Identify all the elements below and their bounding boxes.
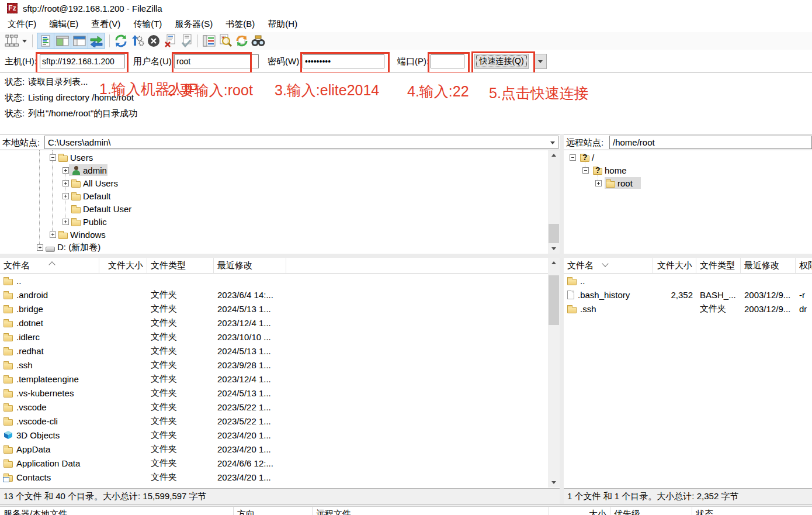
- password-input[interactable]: [303, 54, 384, 68]
- column-header-filetype[interactable]: 文件类型: [147, 258, 214, 273]
- file-row[interactable]: .bridge 文件夹 2024/5/13 1...: [0, 302, 548, 316]
- quickconnect-button[interactable]: 快速连接(Q): [474, 54, 529, 69]
- reconnect-icon[interactable]: [178, 33, 195, 49]
- quickconnect-dropdown-icon[interactable]: [534, 54, 547, 69]
- port-input[interactable]: [431, 54, 464, 68]
- column-header-permissions[interactable]: 权限: [796, 258, 812, 273]
- file-row[interactable]: .vscode 文件夹 2023/5/22 1...: [0, 400, 548, 414]
- tree-item-default-user[interactable]: Default User: [71, 202, 131, 215]
- tree-item-root-slash[interactable]: /: [580, 151, 594, 164]
- scroll-up-icon[interactable]: [548, 258, 560, 268]
- tree-item-d-drive[interactable]: D: (新加卷): [46, 241, 100, 254]
- queue-column-direction[interactable]: 方向: [234, 507, 313, 515]
- username-input[interactable]: [174, 54, 259, 68]
- menu-server[interactable]: 服务器(S): [168, 17, 219, 32]
- file-type: 文件夹: [147, 372, 214, 386]
- file-row[interactable]: .redhat 文件夹 2024/5/13 1...: [0, 344, 548, 358]
- file-row[interactable]: .idlerc 文件夹 2023/10/10 ...: [0, 330, 548, 344]
- tree-item-windows[interactable]: Windows: [58, 228, 106, 241]
- file-row[interactable]: .android 文件夹 2023/6/4 14:...: [0, 288, 548, 302]
- file-type: 文件夹: [147, 302, 214, 316]
- file-row[interactable]: .ssh 文件夹 2023/9/28 1...: [0, 358, 548, 372]
- menu-edit[interactable]: 编辑(E): [43, 17, 85, 32]
- file-row[interactable]: .bash_history 2,352 BASH_... 2003/12/9..…: [564, 288, 812, 302]
- toggle-remote-tree-icon[interactable]: [71, 33, 88, 49]
- tree-item-users[interactable]: Users: [58, 151, 93, 164]
- queue-column-remote-file[interactable]: 远程文件: [313, 507, 549, 515]
- expand-icon[interactable]: [63, 193, 69, 199]
- file-row[interactable]: .vscode-cli 文件夹 2023/5/22 1...: [0, 414, 548, 428]
- collapse-icon[interactable]: [570, 154, 576, 161]
- scrollbar-thumb[interactable]: [549, 275, 559, 325]
- expand-icon[interactable]: [50, 231, 56, 238]
- toggle-transfer-queue-icon[interactable]: [88, 33, 105, 49]
- tree-item-all-users[interactable]: All Users: [71, 177, 118, 189]
- menu-file[interactable]: 文件(F): [1, 17, 43, 32]
- menu-transfer[interactable]: 传输(T): [127, 17, 168, 32]
- menu-help[interactable]: 帮助(H): [261, 17, 304, 32]
- file-row[interactable]: 3D Objects 文件夹 2023/4/20 1...: [0, 428, 548, 442]
- local-tree-scrollbar[interactable]: [548, 150, 560, 254]
- panel-splitter[interactable]: [560, 134, 564, 504]
- column-header-filetype[interactable]: 文件类型: [696, 258, 741, 273]
- file-row[interactable]: Contacts 文件夹 2023/4/20 1...: [0, 470, 548, 484]
- file-size: [99, 330, 147, 344]
- tree-item-default[interactable]: Default: [71, 189, 111, 202]
- tree-item-public[interactable]: Public: [71, 215, 107, 228]
- panel-splitter[interactable]: [0, 254, 812, 258]
- queue-column-priority[interactable]: 优先级: [610, 507, 692, 515]
- expand-icon[interactable]: [63, 180, 69, 186]
- directory-compare-icon[interactable]: [217, 33, 234, 49]
- site-manager-icon[interactable]: [4, 33, 20, 49]
- local-site-path-combo[interactable]: C:\Users\admin\: [44, 136, 558, 149]
- scroll-down-icon[interactable]: [548, 244, 560, 254]
- file-row[interactable]: .dotnet 文件夹 2023/12/4 1...: [0, 316, 548, 330]
- column-header-modified[interactable]: 最近修改: [741, 258, 796, 273]
- queue-column-status[interactable]: 状态: [692, 507, 812, 515]
- log-text: 读取目录列表...: [28, 77, 88, 87]
- file-row[interactable]: Application Data 文件夹 2024/6/6 12:...: [0, 456, 548, 470]
- scroll-up-icon[interactable]: [548, 150, 560, 160]
- toggle-log-view-icon[interactable]: [37, 33, 54, 49]
- host-input[interactable]: [40, 54, 125, 68]
- remote-site-path-combo[interactable]: /home/root: [609, 136, 812, 149]
- expand-icon[interactable]: [595, 180, 602, 186]
- tree-item-root-home[interactable]: root: [606, 177, 633, 189]
- find-files-icon[interactable]: [250, 33, 266, 49]
- file-modified: 2024/5/13 1...: [214, 302, 286, 316]
- tree-item-home[interactable]: home: [593, 164, 627, 177]
- process-queue-icon[interactable]: [129, 33, 145, 49]
- cancel-icon[interactable]: [145, 33, 162, 49]
- file-row[interactable]: ..: [0, 274, 548, 288]
- file-row[interactable]: .vs-kubernetes 文件夹 2024/5/13 1...: [0, 386, 548, 400]
- refresh-icon[interactable]: [113, 33, 129, 49]
- scrollbar-thumb[interactable]: [549, 224, 559, 243]
- queue-column-size[interactable]: 大小: [549, 507, 610, 515]
- toggle-local-tree-icon[interactable]: [54, 33, 71, 49]
- column-header-modified[interactable]: 最近修改: [214, 258, 286, 273]
- file-row[interactable]: .ssh 文件夹 2003/12/9... dr: [564, 302, 812, 316]
- scroll-down-icon[interactable]: [548, 478, 560, 488]
- menu-bookmarks[interactable]: 书签(B): [219, 17, 261, 32]
- filter-icon[interactable]: [201, 33, 217, 49]
- queue-column-local-file[interactable]: 服务器/本地文件: [0, 507, 234, 515]
- file-row[interactable]: ..: [564, 274, 812, 288]
- file-modified: 2024/6/6 12:...: [214, 456, 286, 470]
- expand-icon[interactable]: [63, 219, 69, 225]
- expand-icon[interactable]: [63, 167, 69, 174]
- file-row[interactable]: AppData 文件夹 2023/4/20 1...: [0, 442, 548, 456]
- local-list-scrollbar[interactable]: [548, 258, 560, 488]
- site-manager-dropdown-icon[interactable]: [20, 33, 29, 49]
- tree-item-admin[interactable]: admin: [71, 164, 107, 177]
- column-header-filename[interactable]: 文件名: [564, 258, 653, 273]
- file-row[interactable]: .templateengine 文件夹 2023/12/4 1...: [0, 372, 548, 386]
- menu-view[interactable]: 查看(V): [85, 17, 127, 32]
- column-header-filesize[interactable]: 文件大小: [653, 258, 696, 273]
- column-header-filesize[interactable]: 文件大小: [99, 258, 147, 273]
- collapse-icon[interactable]: [50, 154, 56, 161]
- disconnect-icon[interactable]: [162, 33, 178, 49]
- collapse-icon[interactable]: [582, 167, 589, 174]
- file-modified: 2023/12/4 1...: [214, 372, 286, 386]
- synchronized-browsing-icon[interactable]: [234, 33, 250, 49]
- expand-icon[interactable]: [37, 244, 43, 251]
